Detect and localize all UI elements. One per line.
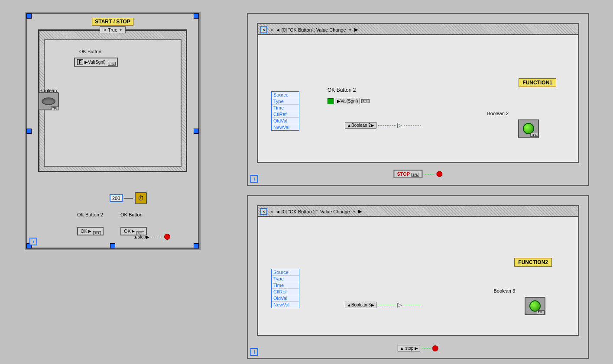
rbp-source-item-oldval: OldVal xyxy=(272,295,299,302)
boolean3-icon[interactable]: TFL xyxy=(525,297,545,315)
stop-red-dot xyxy=(164,234,170,240)
tfl-stop-rtp: TFL xyxy=(411,173,419,177)
source-box-bottom: Source Type Time CtlRef OldVal NewVal xyxy=(271,269,299,308)
f-badge: F xyxy=(77,59,83,65)
function2-box: FUNCTION2 xyxy=(514,258,552,267)
ok-button2[interactable]: OK ▶ TFL xyxy=(77,227,104,235)
resize-handle-tr[interactable] xyxy=(194,13,199,19)
rbp-source-item-type: Type xyxy=(272,276,299,282)
boolean2-label: Boolean 2 xyxy=(487,111,509,116)
rtp-hatched: × ◄ ◄ [0] "OK Button": Value Change ▼ ▶ xyxy=(258,24,578,35)
boolean-button[interactable]: TFL xyxy=(38,92,59,110)
rbp-hatched: × ◄ ◄ [0] "OK Button 2": Value Change ▼ … xyxy=(258,206,578,217)
source-box-top: Source Type Time CtlRef OldVal NewVal xyxy=(271,91,299,131)
boolean2-icon[interactable]: TFL xyxy=(518,119,539,138)
rbp-close-button[interactable]: × xyxy=(260,208,267,215)
bool3-wire xyxy=(378,305,396,305)
rbp-nav-left[interactable]: ◄ xyxy=(269,209,273,214)
wait-group: 200 ⏱ xyxy=(110,192,147,204)
tfl-val-sgnl: TFL xyxy=(361,99,369,103)
info-icon-left[interactable]: i xyxy=(29,238,37,245)
rbp-inner-border: × ◄ ◄ [0] "OK Button 2": Value Change ▼ … xyxy=(257,205,579,336)
rtp-inner-border: × ◄ ◄ [0] "OK Button": Value Change ▼ ▶ … xyxy=(257,23,579,163)
rtp-nav-left[interactable]: ◄ xyxy=(269,28,273,32)
loop-inner-white: OK Button F ▶Val(Sgnl) TFL xyxy=(44,39,182,167)
stop-btn-rbp: ▲ stop ▶ xyxy=(398,345,438,351)
source-item-ctlref: CtlRef xyxy=(272,111,299,118)
bool2-wire2 xyxy=(404,125,421,126)
ok-button2-rtp-label: OK Button 2 xyxy=(328,87,356,93)
wait-timer-icon[interactable]: ⏱ xyxy=(135,192,147,204)
tfl-badge: TFL xyxy=(108,62,116,66)
rbp-content-area: Source Type Time CtlRef OldVal NewVal FU… xyxy=(258,217,578,335)
tfl-ok2: TFL xyxy=(93,231,101,235)
rtp-nav-right[interactable]: ▶ xyxy=(354,27,358,32)
rtp-content-area: Source Type Time CtlRef OldVal NewVal OK… xyxy=(258,35,578,162)
bool3-triangle: ▷ xyxy=(397,301,402,308)
bool3-wire2 xyxy=(404,305,421,305)
source-item-source: Source xyxy=(272,92,299,98)
tfl-boolean3: TFL xyxy=(537,310,545,314)
stop-wire-rtp xyxy=(425,174,434,174)
val-sgnl-label: ▶Val(Sgnl) xyxy=(84,60,105,64)
stop-red-dot-rbp xyxy=(432,345,438,351)
stop-box-rtp[interactable]: STOP TFL xyxy=(393,170,422,178)
ok-button-inner[interactable]: F ▶Val(Sgnl) TFL xyxy=(74,58,118,67)
ok-button2-label: OK Button 2 xyxy=(77,212,103,217)
stop-red-dot-rtp xyxy=(437,171,443,177)
boolean-inner xyxy=(42,97,55,105)
rbp-nav-right[interactable]: ▶ xyxy=(358,209,362,214)
wait-value: 200 xyxy=(110,194,123,202)
val-sgnl-box: ▶Val(Sgnl) xyxy=(335,98,360,104)
tfl-boolean2: TFL xyxy=(530,133,538,137)
okstop-arrow: ▶ xyxy=(132,229,135,233)
source-item-type: Type xyxy=(272,98,299,105)
resize-handle-tl[interactable] xyxy=(26,13,32,19)
stop-btn-rtp: STOP TFL xyxy=(393,170,442,178)
true-label: True xyxy=(108,27,117,32)
bool2-wire xyxy=(378,125,396,126)
stop-wire xyxy=(150,237,163,237)
rbp-source-item-newval: NewVal xyxy=(272,302,299,308)
stop-text-rtp: STOP xyxy=(397,171,410,177)
stop-wire-rbp xyxy=(422,348,431,348)
ok-button-stop-label: OK Button xyxy=(120,212,143,217)
rtp-close-button[interactable]: × xyxy=(260,26,267,33)
resize-handle-br[interactable] xyxy=(194,243,199,248)
right-bottom-panel: × ◄ ◄ [0] "OK Button 2": Value Change ▼ … xyxy=(247,195,589,359)
rtp-dropdown-arrow[interactable]: ▼ xyxy=(348,28,352,32)
rbp-title: ◄ [0] "OK Button 2": Value Change xyxy=(276,209,350,214)
loop-border: ◄ True ▼ OK Button F ▶Val(Sgnl) TFL xyxy=(38,29,187,172)
ok-button-inner-label: OK Button xyxy=(79,49,101,54)
ok2-arrow: ▶ xyxy=(88,229,91,233)
arrow-right-icon: ▼ xyxy=(119,28,123,32)
stop-text-node: ▲ xyxy=(400,346,404,351)
resize-handle-mr[interactable] xyxy=(194,129,199,134)
stop-arrow-group: ▲stop▶ xyxy=(133,234,170,240)
bool3-node-box: ▲Boolean 3▶ xyxy=(345,302,376,308)
info-icon-rbp[interactable]: i xyxy=(250,348,258,356)
resize-handle-bm[interactable] xyxy=(110,243,115,248)
info-icon-rtp[interactable]: i xyxy=(250,175,258,183)
bool2-arrow-group: ▲Boolean 2▶ ▷ xyxy=(345,122,421,129)
right-top-panel: × ◄ ◄ [0] "OK Button": Value Change ▼ ▶ … xyxy=(247,13,589,186)
left-panel: START / STOP ◄ True ▼ OK Button F ▶Val(S… xyxy=(26,13,199,249)
rbp-source-item-ctlref: CtlRef xyxy=(272,289,299,295)
source-item-oldval: OldVal xyxy=(272,118,299,124)
stop-arrow-text: ▲stop▶ xyxy=(133,235,149,239)
rbp-source-item-source: Source xyxy=(272,269,299,276)
stop-label-rbp: stop xyxy=(405,346,414,351)
rbp-dropdown-arrow[interactable]: ▼ xyxy=(352,209,356,214)
resize-handle-ml[interactable] xyxy=(26,129,32,134)
stop-arrow-right-rbp: ▶ xyxy=(415,346,418,351)
bool3-arrow-group: ▲Boolean 3▶ ▷ xyxy=(345,301,421,308)
boolean3-label: Boolean 3 xyxy=(493,288,515,293)
source-item-newval: NewVal xyxy=(272,124,299,130)
val-sgnl-rtp: ▶Val(Sgnl) TFL xyxy=(328,98,370,104)
function1-box: FUNCTION1 xyxy=(519,78,556,87)
source-cluster-bottom: Source Type Time CtlRef OldVal NewVal xyxy=(271,269,299,308)
arrow-left-icon: ◄ xyxy=(103,28,107,32)
source-item-time: Time xyxy=(272,105,299,111)
wire-connector xyxy=(124,198,133,199)
rbp-source-item-time: Time xyxy=(272,282,299,289)
